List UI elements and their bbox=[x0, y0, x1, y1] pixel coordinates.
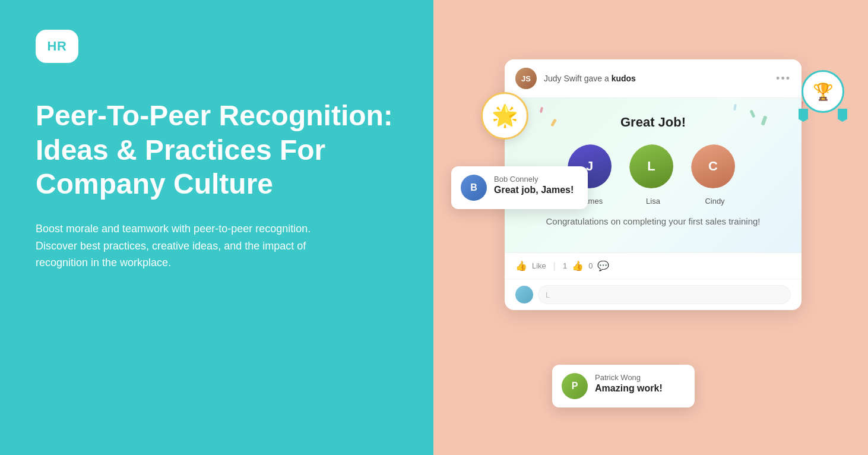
more-options-icon[interactable]: ••• bbox=[776, 72, 791, 85]
page-title: Peer-To-Peer Recognition: Ideas & Practi… bbox=[36, 99, 398, 201]
lisa-avatar-face: L bbox=[629, 144, 673, 188]
patrick-info: Patrick Wong Amazing work! bbox=[595, 373, 685, 394]
congrats-message: Congratulations on completing your first… bbox=[519, 215, 787, 228]
ribbon-right bbox=[838, 109, 847, 122]
like-icon[interactable]: 👍 bbox=[515, 260, 527, 271]
thumbs-up-count-icon: 👍 bbox=[572, 260, 584, 271]
comment-count: 0 bbox=[588, 261, 593, 270]
trophy-badge: 🏆 bbox=[802, 70, 844, 113]
subtitle-text: Boost morale and teamwork with peer-to-p… bbox=[36, 220, 344, 271]
comment-input[interactable]: L bbox=[538, 285, 791, 304]
card-header: JS Judy Swift gave a kudos ••• bbox=[505, 59, 802, 98]
bob-info: Bob Connely Great job, James! bbox=[494, 175, 578, 195]
recipient-cindy: C Cindy bbox=[691, 144, 739, 206]
comment-area: L bbox=[505, 279, 802, 310]
lisa-initials: L bbox=[647, 159, 655, 174]
recipient-lisa: L Lisa bbox=[629, 144, 677, 206]
logo-text: HR bbox=[47, 39, 67, 54]
card-confetti-2 bbox=[540, 107, 543, 113]
judy-avatar: JS bbox=[515, 68, 537, 89]
comment-user-avatar bbox=[515, 286, 533, 304]
cindy-initials: C bbox=[708, 159, 718, 174]
cindy-avatar-face: C bbox=[691, 144, 735, 188]
comment-icon[interactable]: 💬 bbox=[597, 260, 609, 271]
trophy-badge-inner: 🏆 bbox=[802, 70, 844, 113]
bob-avatar: B bbox=[461, 175, 487, 201]
header-action: gave a bbox=[584, 74, 612, 83]
patrick-name: Patrick Wong bbox=[595, 373, 685, 382]
floating-card-patrick: P Patrick Wong Amazing work! bbox=[552, 365, 695, 407]
lisa-avatar: L bbox=[629, 144, 677, 192]
card-confetti-4 bbox=[733, 104, 737, 111]
floating-card-bob: B Bob Connely Great job, James! bbox=[451, 166, 588, 209]
bob-name: Bob Connely bbox=[494, 175, 578, 184]
crystal-badge: 🌟 bbox=[481, 92, 528, 140]
judy-avatar-face: JS bbox=[515, 68, 537, 89]
bob-message: Great job, James! bbox=[494, 185, 578, 195]
card-footer: 👍 Like | 1 👍 0 💬 bbox=[505, 252, 802, 279]
header-giver: Judy Swift bbox=[544, 74, 582, 83]
bob-initials: B bbox=[470, 182, 477, 193]
card-header-text: Judy Swift gave a kudos bbox=[544, 74, 636, 83]
ribbon-left bbox=[799, 109, 808, 122]
left-panel: HR Peer-To-Peer Recognition: Ideas & Pra… bbox=[0, 0, 433, 455]
great-job-title: Great Job! bbox=[519, 115, 787, 130]
right-panel: 🌟 🏆 JS Judy Swift gave a kudos ••• bbox=[433, 0, 868, 455]
patrick-avatar: P bbox=[562, 373, 588, 399]
header-type: kudos bbox=[612, 74, 636, 83]
divider-1: | bbox=[553, 261, 556, 271]
like-count: 1 bbox=[563, 261, 567, 270]
comment-placeholder: L bbox=[546, 290, 550, 299]
cindy-avatar: C bbox=[691, 144, 739, 192]
lisa-name: Lisa bbox=[646, 197, 660, 206]
trophy-icon: 🏆 bbox=[813, 82, 834, 102]
logo: HR bbox=[36, 30, 78, 63]
patrick-initials: P bbox=[572, 381, 578, 391]
patrick-message: Amazing work! bbox=[595, 383, 685, 394]
cindy-name: Cindy bbox=[705, 197, 724, 206]
like-label[interactable]: Like bbox=[532, 261, 546, 270]
crystal-icon: 🌟 bbox=[492, 103, 518, 128]
